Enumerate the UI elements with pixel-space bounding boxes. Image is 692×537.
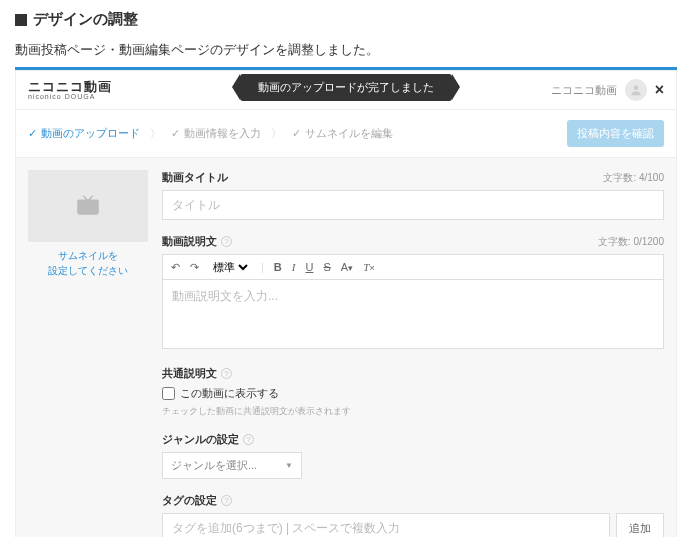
desc-textarea[interactable] (162, 279, 664, 349)
tag-label: タグの設定 (162, 493, 217, 508)
common-desc-label: 共通説明文 (162, 366, 217, 381)
clear-format-button[interactable]: T× (363, 261, 374, 273)
step-label: 動画のアップロード (41, 126, 140, 141)
common-desc-checkbox[interactable] (162, 387, 175, 400)
title-input[interactable] (162, 190, 664, 220)
underline-button[interactable]: U (305, 261, 313, 273)
help-icon[interactable]: ? (221, 368, 232, 379)
chevron-down-icon: ▼ (285, 461, 293, 470)
select-placeholder: ジャンルを選択... (171, 458, 257, 473)
title-count: 文字数: 4/100 (603, 171, 664, 185)
user-area: ニコニコ動画 × (551, 79, 664, 101)
logo-jp: ニコニコ動画 (28, 80, 112, 93)
add-tag-button[interactable]: 追加 (616, 513, 664, 537)
common-desc-hint: チェックした動画に共通説明文が表示されます (162, 405, 664, 418)
close-icon[interactable]: × (655, 81, 664, 99)
style-select[interactable]: 標準 (209, 260, 251, 274)
chevron-right-icon: 〉 (271, 126, 282, 141)
desc-count: 文字数: 0/1200 (598, 235, 664, 249)
confirm-button[interactable]: 投稿内容を確認 (567, 120, 664, 147)
tag-input[interactable] (162, 513, 610, 537)
section-heading-text: デザインの調整 (33, 10, 138, 29)
chevron-right-icon: 〉 (150, 126, 161, 141)
app-window: ニコニコ動画 niconico DOUGA 動画のアップロードが完了しました ニ… (15, 70, 677, 537)
step-label: 動画情報を入力 (184, 126, 261, 141)
genre-select[interactable]: ジャンルを選択... ▼ (162, 452, 302, 479)
italic-button[interactable]: I (292, 261, 296, 273)
thumbnail-placeholder[interactable] (28, 170, 148, 242)
bold-button[interactable]: B (274, 261, 282, 273)
help-icon[interactable]: ? (221, 236, 232, 247)
title-label: 動画タイトル (162, 170, 228, 185)
strike-button[interactable]: S (323, 261, 330, 273)
thumbnail-hint: サムネイルを 設定してください (28, 248, 148, 278)
common-desc-checkbox-row[interactable]: この動画に表示する (162, 386, 664, 401)
check-icon: ✓ (292, 127, 301, 140)
check-icon: ✓ (171, 127, 180, 140)
checkbox-label: この動画に表示する (180, 386, 279, 401)
editor-toolbar: ↶ ↷ 標準 | B I U S A▾ T× (162, 254, 664, 279)
avatar-icon[interactable] (625, 79, 647, 101)
text-color-button[interactable]: A▾ (341, 261, 353, 273)
step-label: サムネイルを編集 (305, 126, 393, 141)
genre-label: ジャンルの設定 (162, 432, 239, 447)
step-thumbnail[interactable]: ✓ サムネイルを編集 (292, 126, 393, 141)
step-upload[interactable]: ✓ 動画のアップロード (28, 126, 140, 141)
logo-en: niconico DOUGA (28, 93, 112, 100)
logo: ニコニコ動画 niconico DOUGA (28, 80, 112, 100)
undo-icon[interactable]: ↶ (171, 261, 180, 274)
help-icon[interactable]: ? (221, 495, 232, 506)
user-name: ニコニコ動画 (551, 83, 617, 98)
check-icon: ✓ (28, 127, 37, 140)
square-bullet-icon (15, 14, 27, 26)
step-bar: ✓ 動画のアップロード 〉 ✓ 動画情報を入力 〉 ✓ サムネイルを編集 投稿内… (16, 110, 676, 158)
redo-icon[interactable]: ↷ (190, 261, 199, 274)
upload-complete-toast: 動画のアップロードが完了しました (240, 74, 452, 101)
help-icon[interactable]: ? (243, 434, 254, 445)
topbar: ニコニコ動画 niconico DOUGA 動画のアップロードが完了しました ニ… (16, 71, 676, 110)
tv-icon (75, 195, 101, 217)
intro-text: 動画投稿ページ・動画編集ページのデザインを調整しました。 (15, 41, 677, 59)
section-heading: デザインの調整 (15, 10, 677, 29)
step-info[interactable]: ✓ 動画情報を入力 (171, 126, 261, 141)
svg-point-0 (633, 85, 638, 90)
desc-label: 動画説明文 (162, 234, 217, 249)
